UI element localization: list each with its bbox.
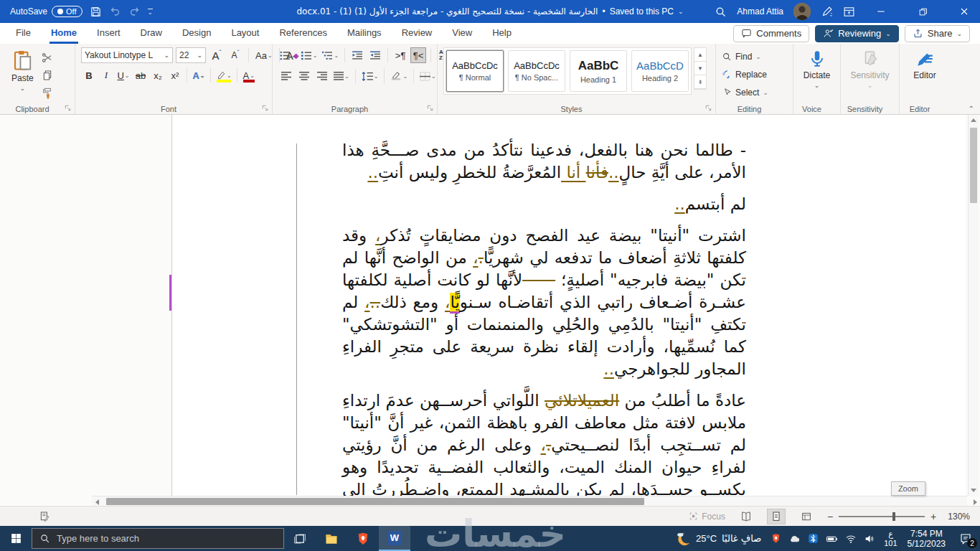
read-mode-button[interactable] (737, 509, 755, 524)
change-case-button[interactable]: Aa⌄ (254, 47, 274, 63)
cut-icon[interactable] (39, 50, 55, 65)
subscript-button[interactable]: x₂ (150, 67, 166, 83)
paragraph[interactable]: - طالما نحن هنا بالفعل، فدعينا نتأكدُ من… (342, 139, 746, 184)
superscript-button[interactable]: x² (167, 67, 183, 83)
taskbar-search[interactable]: Type here to search (32, 528, 284, 549)
decrease-indent-button[interactable] (349, 47, 365, 63)
bluetooth-icon[interactable] (807, 532, 819, 545)
align-right-button[interactable] (314, 68, 330, 84)
highlight-color-button[interactable]: ⌄ (215, 67, 233, 83)
reviewing-button[interactable]: Reviewing ⌄ (815, 25, 899, 42)
paragraph[interactable]: لم أبتسم.. (342, 193, 746, 215)
start-button[interactable] (0, 526, 32, 551)
close-button[interactable] (948, 0, 980, 23)
multilevel-list-button[interactable]: ⌄ (321, 47, 340, 63)
editor-button[interactable]: Editor (908, 47, 941, 82)
tab-design[interactable]: Design (172, 23, 221, 44)
zoom-in-icon[interactable]: + (930, 511, 936, 522)
restore-button[interactable] (907, 0, 938, 23)
paragraph-dialog-launcher[interactable] (426, 104, 434, 112)
scroll-left-icon[interactable] (95, 499, 99, 505)
shading-button[interactable]: ⌄ (389, 68, 409, 84)
underline-button[interactable]: U⌄ (116, 67, 131, 83)
tab-insert[interactable]: Insert (87, 23, 131, 44)
title-chevron-icon[interactable]: ⌄ (678, 8, 684, 15)
line-spacing-button[interactable]: ⌄ (360, 68, 380, 84)
tab-mailings[interactable]: Mailings (337, 23, 392, 44)
scroll-down-icon[interactable] (971, 489, 976, 492)
find-button[interactable]: Find⌄ (722, 50, 761, 64)
action-center-button[interactable]: 2 (951, 526, 980, 551)
user-name[interactable]: Ahmad Attia (737, 6, 783, 17)
tab-references[interactable]: References (269, 23, 336, 44)
clock[interactable]: 7:54 PM 5/12/2023 (902, 529, 951, 549)
language-indicator[interactable]: ع 101 (880, 530, 901, 547)
tab-view[interactable]: View (442, 23, 482, 44)
collapse-ribbon-icon[interactable]: ⌃ (969, 105, 974, 113)
italic-button[interactable]: I (98, 67, 114, 83)
tab-draw[interactable]: Draw (131, 23, 172, 44)
proofing-status-icon[interactable] (39, 511, 50, 522)
horizontal-scrollbar[interactable] (92, 496, 967, 506)
paste-button[interactable]: Paste ⌄ (6, 47, 39, 93)
web-layout-button[interactable] (797, 509, 816, 524)
scroll-up-icon[interactable] (971, 118, 976, 122)
focus-mode-button[interactable]: Focus (689, 512, 725, 522)
undo-icon[interactable] (109, 6, 121, 18)
tab-review[interactable]: Review (392, 23, 443, 44)
search-icon[interactable] (715, 6, 727, 18)
styles-more-icon[interactable]: ⇟ (694, 75, 706, 89)
volume-icon[interactable] (863, 532, 875, 545)
text-effects-button[interactable]: A⌄ (191, 67, 207, 83)
autosave-toggle[interactable]: AutoSave Off (10, 6, 83, 17)
copy-icon[interactable] (39, 67, 55, 83)
ribbon-display-options-icon[interactable] (843, 6, 855, 18)
ltr-direction-button[interactable]: >¶ (392, 47, 408, 63)
scroll-right-icon[interactable] (974, 499, 977, 505)
zoom-slider-thumb[interactable] (892, 512, 895, 521)
style-normal[interactable]: AaBbCcDc¶ Normal (446, 50, 504, 92)
print-layout-button[interactable] (767, 509, 786, 524)
horizontal-scrollbar-thumb[interactable] (106, 498, 644, 505)
align-left-button[interactable] (278, 68, 294, 84)
file-explorer-button[interactable] (316, 526, 347, 551)
minimize-button[interactable] (865, 0, 897, 23)
brave-browser-button[interactable] (347, 526, 379, 551)
redo-icon[interactable] (128, 6, 141, 18)
styles-scroll-up-icon[interactable]: ▲ (694, 48, 706, 62)
weather-widget[interactable]: 25°C صافٍ غالبًا (675, 531, 765, 547)
align-center-button[interactable] (296, 68, 312, 84)
battery-icon[interactable] (826, 532, 838, 545)
numbering-button[interactable]: ⌄ (300, 47, 319, 63)
zoom-out-icon[interactable]: − (827, 511, 833, 522)
wifi-icon[interactable] (844, 532, 857, 545)
style-h2[interactable]: AaBbCcDHeading 2 (631, 50, 689, 92)
share-button[interactable]: Share ⌄ (905, 25, 970, 42)
zoom-level[interactable]: 130% (948, 512, 970, 522)
select-button[interactable]: Select⌄ (722, 85, 768, 100)
vertical-scrollbar[interactable] (968, 115, 979, 496)
paragraph[interactable]: اشترت "أنيتا" بيضة عيد الفصح دون مضايقات… (342, 225, 746, 380)
font-size-combo[interactable]: 22⌄ (176, 47, 206, 63)
quick-access-customize-icon[interactable]: ⌄ (148, 9, 154, 14)
tab-file[interactable]: File (6, 23, 41, 44)
clipboard-dialog-launcher[interactable] (64, 104, 72, 112)
zoom-slider[interactable] (839, 516, 925, 517)
rtl-direction-button[interactable]: ¶< (410, 47, 426, 63)
justify-button[interactable]: ⌄ (332, 68, 351, 84)
word-app-button[interactable]: W (379, 526, 410, 551)
font-dialog-launcher[interactable] (261, 104, 269, 112)
font-color-button[interactable]: A⌄ (241, 67, 257, 83)
style-h1[interactable]: AaBbCHeading 1 (570, 50, 627, 92)
grow-font-button[interactable]: Aˆ (209, 47, 225, 63)
tab-layout[interactable]: Layout (221, 23, 269, 44)
format-painter-icon[interactable] (39, 85, 55, 101)
strikethrough-button[interactable]: ab (133, 67, 149, 83)
bullets-button[interactable]: ⌄ (278, 47, 298, 63)
bold-button[interactable]: B (81, 67, 97, 83)
increase-indent-button[interactable] (367, 47, 383, 63)
vertical-scrollbar-thumb[interactable] (970, 128, 977, 203)
avatar[interactable] (793, 3, 811, 20)
tab-home[interactable]: Home (41, 23, 87, 44)
saved-status[interactable]: Saved to this PC (610, 6, 674, 17)
